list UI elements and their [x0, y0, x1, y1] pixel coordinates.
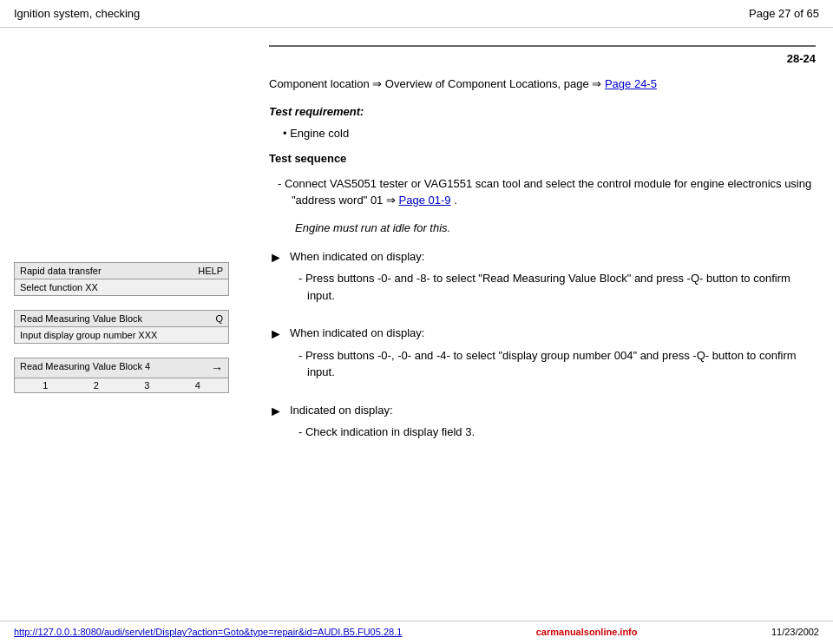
step1-arrow-icon: ►: [269, 248, 290, 266]
content-area: 28-24 Component location ⇒ Overview of C…: [243, 36, 833, 470]
sidebar: Rapid data transfer HELP Select function…: [0, 253, 243, 470]
step2-section: ► When indicated on display: - Press but…: [269, 325, 816, 384]
intro-text-part1: Component location ⇒ Overview of Compone…: [269, 77, 605, 90]
bullet-engine-cold: Engine cold: [283, 127, 816, 140]
connect-instruction-text: - Connect VAS5051 tester or VAG1551 scan…: [278, 175, 816, 209]
page-footer: http://127.0.0.1:8080/audi/servlet/Displ…: [0, 621, 833, 637]
intro-link1[interactable]: Page 24-5: [605, 77, 657, 90]
panel2-header-right: Q: [215, 313, 223, 324]
step3-content: Indicated on display: - Check indication…: [290, 402, 816, 444]
test-sequence-label: Test sequence: [269, 152, 816, 165]
panel1-header-right: HELP: [198, 266, 223, 276]
panel3-numbers: 1 2 3 4: [15, 378, 228, 392]
document-title: Ignition system, checking: [14, 7, 140, 20]
panel-read-measuring-block4: Read Measuring Value Block 4 → 1 2 3 4: [14, 358, 229, 393]
step2-arrow-icon: ►: [269, 325, 290, 342]
panel-read-measuring: Read Measuring Value Block Q Input displ…: [14, 310, 229, 344]
panel2-body-text: Input display group number XXX: [20, 330, 157, 340]
step1-when-label: When indicated on display:: [290, 248, 816, 266]
step3-section: ► Indicated on display: - Check indicati…: [269, 402, 816, 444]
panel3-header-left: Read Measuring Value Block 4: [20, 361, 150, 375]
panel3-header: Read Measuring Value Block 4 →: [15, 358, 228, 378]
step3-arrow-icon: ►: [269, 402, 290, 419]
footer-url[interactable]: http://127.0.0.1:8080/audi/servlet/Displ…: [14, 627, 402, 637]
panel3-num1: 1: [43, 380, 48, 391]
step1-instruction: - Press buttons -0- and -8- to select "R…: [290, 270, 816, 304]
panel2-header: Read Measuring Value Block Q: [15, 311, 228, 327]
panel-rapid-data: Rapid data transfer HELP Select function…: [14, 262, 229, 296]
step2-when-label: When indicated on display:: [290, 325, 816, 342]
panel1-header: Rapid data transfer HELP: [15, 263, 228, 279]
step2-content: When indicated on display: - Press butto…: [290, 325, 816, 384]
main-layout: Rapid data transfer HELP Select function…: [0, 28, 833, 479]
panel2-body: Input display group number XXX: [15, 327, 228, 343]
footer-date: 11/23/2002: [771, 627, 819, 637]
page-header: Ignition system, checking Page 27 of 65: [0, 0, 833, 28]
footer-logo: carmanualsonline.info: [536, 627, 638, 637]
test-requirement-list: Engine cold: [269, 127, 816, 140]
panel3-arrow-icon: →: [211, 361, 223, 375]
step1-section: ► When indicated on display: - Press but…: [269, 248, 816, 308]
step3-instruction: - Check indication in display field 3.: [290, 424, 816, 441]
panel2-header-left: Read Measuring Value Block: [20, 313, 142, 324]
panel1-header-left: Rapid data transfer: [20, 266, 102, 276]
step1-content: When indicated on display: - Press butto…: [290, 248, 816, 308]
test-requirement-label: Test requirement:: [269, 105, 816, 118]
step2-instruction: - Press buttons -0-, -0- and -4- to sele…: [290, 347, 816, 381]
panel1-body-text: Select function XX: [20, 282, 98, 292]
note-idle: Engine must run at idle for this.: [269, 221, 816, 234]
panel1-body: Select function XX: [15, 279, 228, 295]
step3-when-label: Indicated on display:: [290, 402, 816, 419]
page-info: Page 27 of 65: [749, 7, 819, 20]
panel3-num2: 2: [94, 380, 99, 391]
connect-instruction: - Connect VAS5051 tester or VAG1551 scan…: [269, 175, 816, 209]
panel3-num4: 4: [195, 380, 200, 391]
intro-text: Component location ⇒ Overview of Compone…: [269, 76, 816, 93]
page-number-box: 28-24: [269, 45, 816, 65]
panel3-num3: 3: [144, 380, 149, 391]
page-01-9-link[interactable]: Page 01-9: [399, 194, 451, 207]
